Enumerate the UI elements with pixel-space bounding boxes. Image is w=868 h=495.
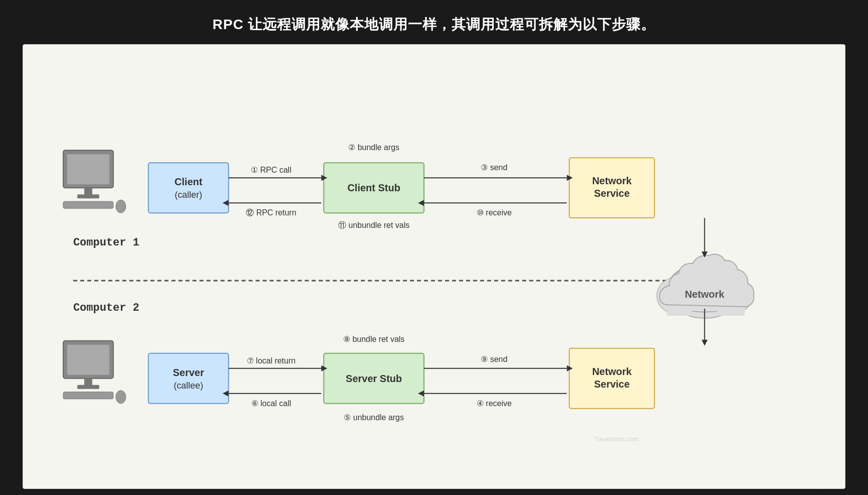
svg-text:③ send: ③ send	[481, 163, 507, 172]
svg-rect-40	[84, 379, 92, 386]
svg-text:Client: Client	[175, 176, 203, 187]
svg-text:⑦ local return: ⑦ local return	[247, 356, 296, 365]
rpc-diagram: Computer 1 Computer 2 Client (caller) Cl…	[43, 60, 825, 471]
svg-text:Network: Network	[685, 289, 725, 300]
svg-marker-37	[701, 340, 707, 346]
svg-text:Network: Network	[592, 366, 632, 377]
computer2-label: Computer 2	[73, 302, 139, 314]
svg-text:① RPC call: ① RPC call	[251, 166, 292, 174]
svg-text:(callee): (callee)	[174, 381, 203, 391]
svg-text:Service: Service	[594, 379, 630, 390]
svg-text:⑪ unbundle ret vals: ⑪ unbundle ret vals	[338, 221, 409, 229]
svg-text:Server Stub: Server Stub	[346, 373, 402, 384]
svg-text:⑨ send: ⑨ send	[481, 355, 507, 363]
svg-rect-4	[63, 201, 113, 208]
svg-text:⑧ bundle ret vals: ⑧ bundle ret vals	[343, 335, 404, 343]
svg-text:⑥ local call: ⑥ local call	[251, 399, 292, 408]
svg-rect-1	[67, 154, 109, 184]
svg-point-43	[116, 391, 126, 404]
svg-rect-39	[67, 345, 109, 375]
svg-text:④ receive: ④ receive	[477, 399, 512, 408]
diagram-container: Computer 1 Computer 2 Client (caller) Cl…	[23, 44, 845, 489]
svg-text:Network: Network	[592, 175, 632, 186]
server-box	[149, 353, 229, 404]
svg-text:(caller): (caller)	[175, 190, 202, 200]
svg-rect-42	[63, 392, 113, 399]
svg-text:② bundle args: ② bundle args	[348, 143, 399, 152]
svg-text:Server: Server	[173, 367, 204, 378]
header-text: RPC 让远程调用就像本地调用一样，其调用过程可拆解为以下步骤。	[213, 15, 656, 34]
svg-text:Service: Service	[594, 188, 630, 199]
svg-rect-41	[77, 385, 99, 389]
computer1-label: Computer 1	[73, 236, 139, 249]
client-box	[149, 163, 229, 213]
svg-text:⑤ unbundle args: ⑤ unbundle args	[344, 413, 404, 422]
svg-rect-3	[77, 194, 99, 198]
svg-text:7avershon.com: 7avershon.com	[595, 435, 639, 443]
svg-text:Client Stub: Client Stub	[347, 182, 400, 193]
svg-text:⑫ RPC return: ⑫ RPC return	[246, 208, 296, 217]
svg-point-5	[116, 200, 126, 213]
header: RPC 让远程调用就像本地调用一样，其调用过程可拆解为以下步骤。	[213, 15, 656, 44]
network-cloud: Network	[657, 254, 754, 318]
svg-rect-2	[84, 188, 92, 195]
svg-text:⑩ receive: ⑩ receive	[477, 208, 512, 217]
